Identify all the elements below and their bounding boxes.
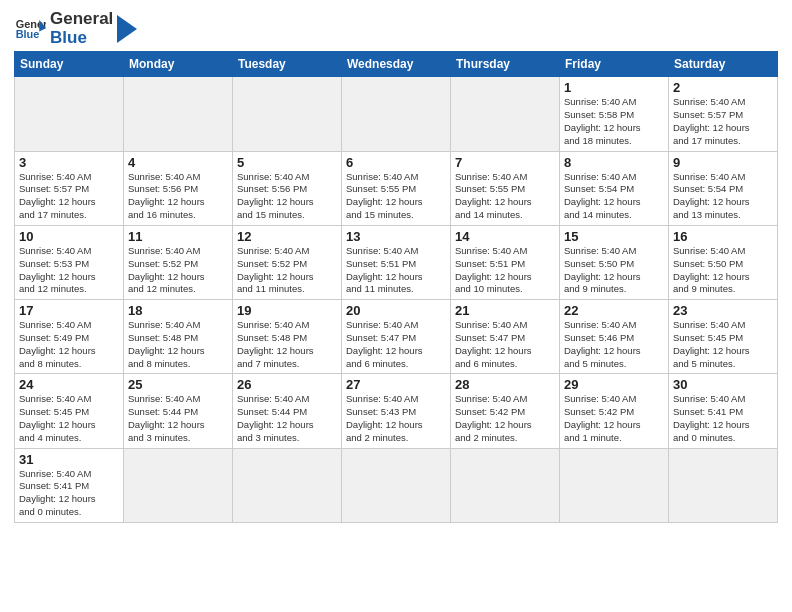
calendar-day-cell: 10Sunrise: 5:40 AM Sunset: 5:53 PM Dayli… — [15, 225, 124, 299]
day-info-text: Sunrise: 5:40 AM Sunset: 5:51 PM Dayligh… — [455, 245, 555, 296]
day-number: 12 — [237, 229, 337, 244]
calendar-day-cell — [342, 448, 451, 522]
day-info-text: Sunrise: 5:40 AM Sunset: 5:49 PM Dayligh… — [19, 319, 119, 370]
day-of-week-header: Friday — [560, 52, 669, 77]
calendar-day-cell: 11Sunrise: 5:40 AM Sunset: 5:52 PM Dayli… — [124, 225, 233, 299]
day-info-text: Sunrise: 5:40 AM Sunset: 5:48 PM Dayligh… — [128, 319, 228, 370]
day-info-text: Sunrise: 5:40 AM Sunset: 5:48 PM Dayligh… — [237, 319, 337, 370]
day-number: 24 — [19, 377, 119, 392]
day-number: 21 — [455, 303, 555, 318]
day-info-text: Sunrise: 5:40 AM Sunset: 5:41 PM Dayligh… — [673, 393, 773, 444]
day-number: 25 — [128, 377, 228, 392]
calendar-day-cell: 27Sunrise: 5:40 AM Sunset: 5:43 PM Dayli… — [342, 374, 451, 448]
calendar-day-cell: 7Sunrise: 5:40 AM Sunset: 5:55 PM Daylig… — [451, 151, 560, 225]
calendar-week-row: 31Sunrise: 5:40 AM Sunset: 5:41 PM Dayli… — [15, 448, 778, 522]
day-info-text: Sunrise: 5:40 AM Sunset: 5:44 PM Dayligh… — [237, 393, 337, 444]
calendar-day-cell: 29Sunrise: 5:40 AM Sunset: 5:42 PM Dayli… — [560, 374, 669, 448]
logo-blue-text: Blue — [50, 29, 113, 48]
day-info-text: Sunrise: 5:40 AM Sunset: 5:42 PM Dayligh… — [564, 393, 664, 444]
calendar-week-row: 3Sunrise: 5:40 AM Sunset: 5:57 PM Daylig… — [15, 151, 778, 225]
calendar-day-cell: 20Sunrise: 5:40 AM Sunset: 5:47 PM Dayli… — [342, 300, 451, 374]
calendar-header-row: SundayMondayTuesdayWednesdayThursdayFrid… — [15, 52, 778, 77]
calendar-day-cell — [15, 77, 124, 151]
day-info-text: Sunrise: 5:40 AM Sunset: 5:47 PM Dayligh… — [346, 319, 446, 370]
day-info-text: Sunrise: 5:40 AM Sunset: 5:45 PM Dayligh… — [19, 393, 119, 444]
day-number: 27 — [346, 377, 446, 392]
day-info-text: Sunrise: 5:40 AM Sunset: 5:50 PM Dayligh… — [564, 245, 664, 296]
calendar-day-cell — [560, 448, 669, 522]
day-number: 13 — [346, 229, 446, 244]
day-info-text: Sunrise: 5:40 AM Sunset: 5:56 PM Dayligh… — [237, 171, 337, 222]
logo-general-text: General — [50, 10, 113, 29]
calendar-day-cell: 16Sunrise: 5:40 AM Sunset: 5:50 PM Dayli… — [669, 225, 778, 299]
day-number: 18 — [128, 303, 228, 318]
calendar-week-row: 24Sunrise: 5:40 AM Sunset: 5:45 PM Dayli… — [15, 374, 778, 448]
calendar-day-cell — [669, 448, 778, 522]
day-of-week-header: Sunday — [15, 52, 124, 77]
day-info-text: Sunrise: 5:40 AM Sunset: 5:50 PM Dayligh… — [673, 245, 773, 296]
day-info-text: Sunrise: 5:40 AM Sunset: 5:52 PM Dayligh… — [128, 245, 228, 296]
calendar-day-cell: 19Sunrise: 5:40 AM Sunset: 5:48 PM Dayli… — [233, 300, 342, 374]
calendar-day-cell: 9Sunrise: 5:40 AM Sunset: 5:54 PM Daylig… — [669, 151, 778, 225]
calendar-day-cell: 14Sunrise: 5:40 AM Sunset: 5:51 PM Dayli… — [451, 225, 560, 299]
page-container: General Blue General Blue SundayMondayTu… — [0, 0, 792, 529]
day-number: 8 — [564, 155, 664, 170]
day-of-week-header: Thursday — [451, 52, 560, 77]
day-number: 31 — [19, 452, 119, 467]
calendar-day-cell: 24Sunrise: 5:40 AM Sunset: 5:45 PM Dayli… — [15, 374, 124, 448]
calendar-day-cell: 6Sunrise: 5:40 AM Sunset: 5:55 PM Daylig… — [342, 151, 451, 225]
day-info-text: Sunrise: 5:40 AM Sunset: 5:43 PM Dayligh… — [346, 393, 446, 444]
day-number: 9 — [673, 155, 773, 170]
day-info-text: Sunrise: 5:40 AM Sunset: 5:45 PM Dayligh… — [673, 319, 773, 370]
day-info-text: Sunrise: 5:40 AM Sunset: 5:46 PM Dayligh… — [564, 319, 664, 370]
calendar-day-cell: 18Sunrise: 5:40 AM Sunset: 5:48 PM Dayli… — [124, 300, 233, 374]
day-number: 14 — [455, 229, 555, 244]
day-number: 4 — [128, 155, 228, 170]
calendar-day-cell — [451, 77, 560, 151]
day-of-week-header: Monday — [124, 52, 233, 77]
day-number: 19 — [237, 303, 337, 318]
calendar-table: SundayMondayTuesdayWednesdayThursdayFrid… — [14, 51, 778, 523]
day-of-week-header: Tuesday — [233, 52, 342, 77]
calendar-day-cell: 12Sunrise: 5:40 AM Sunset: 5:52 PM Dayli… — [233, 225, 342, 299]
calendar-day-cell: 2Sunrise: 5:40 AM Sunset: 5:57 PM Daylig… — [669, 77, 778, 151]
calendar-day-cell: 30Sunrise: 5:40 AM Sunset: 5:41 PM Dayli… — [669, 374, 778, 448]
calendar-day-cell: 5Sunrise: 5:40 AM Sunset: 5:56 PM Daylig… — [233, 151, 342, 225]
calendar-day-cell — [124, 77, 233, 151]
day-info-text: Sunrise: 5:40 AM Sunset: 5:56 PM Dayligh… — [128, 171, 228, 222]
calendar-week-row: 17Sunrise: 5:40 AM Sunset: 5:49 PM Dayli… — [15, 300, 778, 374]
day-info-text: Sunrise: 5:40 AM Sunset: 5:51 PM Dayligh… — [346, 245, 446, 296]
day-info-text: Sunrise: 5:40 AM Sunset: 5:52 PM Dayligh… — [237, 245, 337, 296]
calendar-day-cell: 22Sunrise: 5:40 AM Sunset: 5:46 PM Dayli… — [560, 300, 669, 374]
calendar-day-cell — [233, 77, 342, 151]
calendar-day-cell — [233, 448, 342, 522]
day-number: 7 — [455, 155, 555, 170]
day-number: 20 — [346, 303, 446, 318]
day-info-text: Sunrise: 5:40 AM Sunset: 5:54 PM Dayligh… — [673, 171, 773, 222]
day-number: 2 — [673, 80, 773, 95]
day-number: 10 — [19, 229, 119, 244]
calendar-day-cell: 23Sunrise: 5:40 AM Sunset: 5:45 PM Dayli… — [669, 300, 778, 374]
day-number: 29 — [564, 377, 664, 392]
calendar-day-cell: 13Sunrise: 5:40 AM Sunset: 5:51 PM Dayli… — [342, 225, 451, 299]
day-number: 26 — [237, 377, 337, 392]
day-number: 1 — [564, 80, 664, 95]
calendar-day-cell: 26Sunrise: 5:40 AM Sunset: 5:44 PM Dayli… — [233, 374, 342, 448]
logo: General Blue General Blue — [14, 10, 137, 47]
day-info-text: Sunrise: 5:40 AM Sunset: 5:57 PM Dayligh… — [19, 171, 119, 222]
svg-text:Blue: Blue — [16, 28, 40, 40]
logo-triangle-icon — [117, 15, 137, 43]
day-number: 28 — [455, 377, 555, 392]
day-number: 3 — [19, 155, 119, 170]
day-number: 15 — [564, 229, 664, 244]
day-info-text: Sunrise: 5:40 AM Sunset: 5:47 PM Dayligh… — [455, 319, 555, 370]
calendar-day-cell: 8Sunrise: 5:40 AM Sunset: 5:54 PM Daylig… — [560, 151, 669, 225]
svg-marker-3 — [117, 15, 137, 43]
calendar-day-cell: 4Sunrise: 5:40 AM Sunset: 5:56 PM Daylig… — [124, 151, 233, 225]
day-number: 5 — [237, 155, 337, 170]
logo-icon: General Blue — [14, 13, 46, 45]
calendar-week-row: 10Sunrise: 5:40 AM Sunset: 5:53 PM Dayli… — [15, 225, 778, 299]
calendar-day-cell: 25Sunrise: 5:40 AM Sunset: 5:44 PM Dayli… — [124, 374, 233, 448]
day-info-text: Sunrise: 5:40 AM Sunset: 5:54 PM Dayligh… — [564, 171, 664, 222]
calendar-day-cell — [451, 448, 560, 522]
